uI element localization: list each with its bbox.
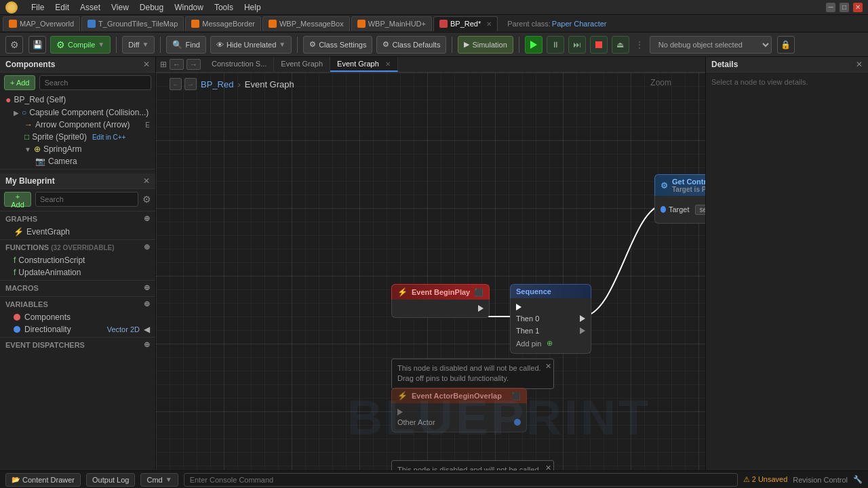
- pause-button[interactable]: ⏸: [547, 36, 564, 54]
- tree-item-sprite[interactable]: □ Sprite (Sprite0) Edit in C++: [0, 131, 155, 143]
- parent-class-value[interactable]: Paper Character: [552, 20, 607, 28]
- maximize-button[interactable]: □: [840, 3, 849, 12]
- event-dispatchers-add[interactable]: ⊕: [144, 340, 150, 349]
- sprite-label: Sprite (Sprite0): [32, 132, 87, 142]
- tree-item-eventgraph[interactable]: ⚡ EventGraph: [0, 226, 155, 238]
- graph-forward-button[interactable]: →: [186, 59, 201, 70]
- tab-wbp-messagebox[interactable]: WBP_MessageBox: [262, 16, 350, 31]
- variables-add[interactable]: ⊕: [144, 300, 150, 308]
- toolbar-save-btn[interactable]: 💾: [28, 36, 46, 54]
- my-blueprint-settings-icon[interactable]: ⚙: [142, 194, 151, 205]
- hide-unrelated-button[interactable]: 👁 Hide Unrelated ▼: [210, 36, 292, 54]
- graph-back-button[interactable]: ←: [170, 59, 184, 70]
- updateanim-icon: f: [14, 268, 16, 277]
- camera-label: Camera: [48, 157, 77, 166]
- tree-item-bpred-self[interactable]: ● BP_Red (Self): [0, 93, 155, 106]
- sequence-body: Then 0 Then 1 Add pin ⊕: [510, 298, 591, 354]
- event-actor-begin-overlap-node[interactable]: ⚡ Event ActorBeginOverlap ⬛ Other Actor: [391, 388, 527, 432]
- tab-bp-red[interactable]: BP_Red* ✕: [433, 16, 498, 31]
- sequence-addpin-icon: ⊕: [547, 339, 553, 348]
- tab-groundtiles[interactable]: T_GroundTiles_TileMap: [81, 16, 184, 31]
- components-add-button[interactable]: + Add: [4, 75, 35, 90]
- tab-wbp-mainhud[interactable]: WBP_MainHUD+: [351, 16, 432, 31]
- class-settings-button[interactable]: ⚙ Class Settings: [303, 36, 372, 54]
- graph-nav-icon[interactable]: ⊞: [160, 60, 167, 69]
- content-drawer-icon: 📂: [12, 476, 20, 483]
- tree-item-update-anim[interactable]: f UpdateAnimation: [0, 266, 155, 279]
- play-button[interactable]: [525, 36, 542, 54]
- macros-section: MACROS ⊕: [0, 280, 155, 295]
- macros-add[interactable]: ⊕: [144, 283, 150, 292]
- tab-map-overworld[interactable]: MAP_Overworld: [3, 16, 80, 31]
- menu-window[interactable]: Window: [174, 3, 203, 12]
- disabled-note-2-close[interactable]: ✕: [545, 463, 551, 470]
- menu-asset[interactable]: Asset: [80, 3, 100, 12]
- components-add-search: + Add: [0, 73, 155, 93]
- output-log-button[interactable]: Output Log: [86, 473, 135, 487]
- menu-tools[interactable]: Tools: [214, 3, 233, 12]
- console-input[interactable]: [184, 473, 738, 487]
- stop-button[interactable]: [590, 36, 608, 54]
- debug-object-select[interactable]: No debug object selected: [650, 36, 772, 54]
- var-directionality[interactable]: Directionality Vector 2D ◀: [0, 323, 155, 336]
- graph-canvas[interactable]: ← → BP_Red › Event Graph Zoom: [156, 73, 705, 470]
- content-drawer-button[interactable]: 📂 Content Drawer: [5, 473, 81, 487]
- var-directionality-arrow[interactable]: ◀: [144, 325, 150, 334]
- my-blueprint-add-button[interactable]: + Add: [4, 192, 31, 207]
- tree-item-capsule[interactable]: ▶ ○ Capsule Component (Collision...): [0, 106, 155, 119]
- sequence-node[interactable]: Sequence Then 0 Then 1 Add pin: [510, 284, 591, 354]
- menu-help[interactable]: Help: [244, 3, 261, 12]
- sub-tab-construction-label: Construction S...: [212, 60, 267, 68]
- tree-item-springarm[interactable]: ▼ ⊕ SpringArm: [0, 143, 155, 155]
- sub-tab-event-graph2[interactable]: Event Graph ✕: [330, 57, 398, 72]
- disabled-note-1-close[interactable]: ✕: [545, 361, 551, 371]
- tree-item-camera[interactable]: 📷 Camera: [0, 155, 155, 167]
- revision-control-label[interactable]: Revision Control: [793, 476, 848, 484]
- close-button[interactable]: ✕: [853, 3, 863, 12]
- debug-options-button[interactable]: 🔒: [777, 36, 795, 54]
- sprite-edit-link[interactable]: Edit in C++: [92, 134, 125, 141]
- event-begin-play-node[interactable]: ⚡ Event BeginPlay ⬛: [391, 284, 490, 318]
- my-blueprint-close[interactable]: ✕: [143, 176, 150, 186]
- simulation-button[interactable]: ▶ Simulation: [458, 36, 513, 54]
- minimize-button[interactable]: ─: [826, 3, 835, 12]
- menu-file[interactable]: File: [31, 3, 44, 12]
- toolbar-icon-btn[interactable]: ⚙: [5, 36, 23, 54]
- menu-view[interactable]: View: [111, 3, 129, 12]
- eject-button[interactable]: ⏏: [612, 36, 629, 54]
- cmd-button[interactable]: Cmd ▼: [140, 473, 178, 487]
- tab-label-messageborder: MessageBorder: [202, 20, 255, 28]
- sub-tab-event-graph2-close[interactable]: ✕: [385, 60, 391, 68]
- sub-tab-event-graph1[interactable]: Event Graph: [274, 57, 330, 72]
- find-button[interactable]: 🔍 Find: [166, 36, 205, 54]
- tree-item-arrow[interactable]: → Arrow Component (Arrow) E: [0, 119, 155, 131]
- sub-tab-construction[interactable]: Construction S...: [205, 57, 274, 72]
- unsaved-label[interactable]: ⚠ 2 Unsaved: [743, 475, 788, 484]
- compile-button[interactable]: ⚙ Compile ▼: [50, 36, 111, 54]
- details-close[interactable]: ✕: [856, 60, 863, 69]
- var-components[interactable]: Components: [0, 311, 155, 323]
- breadcrumb-forward[interactable]: →: [184, 78, 197, 90]
- menu-edit[interactable]: Edit: [55, 3, 69, 12]
- tab-label-map: MAP_Overworld: [20, 20, 74, 28]
- tab-label-bpred: BP_Red*: [450, 20, 481, 28]
- functions-add[interactable]: ⊕: [144, 243, 150, 251]
- my-blueprint-search-input[interactable]: [35, 192, 138, 207]
- components-search-input[interactable]: [39, 75, 151, 90]
- tab-close-bpred[interactable]: ✕: [486, 20, 492, 28]
- diff-button[interactable]: Diff ▼: [122, 36, 155, 54]
- breadcrumb-root[interactable]: BP_Red: [201, 79, 233, 89]
- arrow-label: Arrow Component (Arrow): [35, 120, 130, 129]
- sep4: [452, 37, 452, 53]
- breadcrumb-back[interactable]: ←: [170, 78, 182, 90]
- sequence-addpin[interactable]: Add pin ⊕: [516, 338, 585, 349]
- components-panel-close[interactable]: ✕: [143, 60, 150, 69]
- tab-messageborder[interactable]: MessageBorder: [185, 16, 261, 31]
- get-controller-subtitle: Target is Pawn: [672, 186, 705, 193]
- tree-item-construction[interactable]: f ConstructionScript: [0, 254, 155, 266]
- menu-debug[interactable]: Debug: [140, 3, 163, 12]
- step-button[interactable]: ⏭: [568, 36, 586, 54]
- graphs-add[interactable]: ⊕: [144, 214, 150, 223]
- class-defaults-button[interactable]: ⚙ Class Defaults: [376, 36, 446, 54]
- get-controller-node[interactable]: ⚙ Get Controller Target is Pawn Target s…: [654, 174, 705, 224]
